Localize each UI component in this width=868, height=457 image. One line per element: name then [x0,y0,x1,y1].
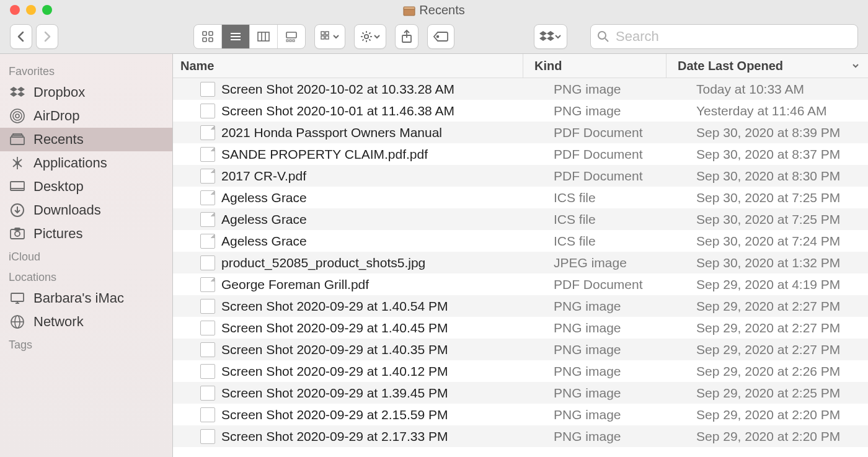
sidebar-item-downloads[interactable]: Downloads [0,198,172,222]
file-icon [200,190,215,205]
file-date: Sep 29, 2020 at 2:20 PM [685,407,868,422]
file-row[interactable]: Screen Shot 2020-09-29 at 1.40.54 PMPNG … [173,295,868,317]
file-list[interactable]: Screen Shot 2020-10-02 at 10.33.28 AMPNG… [173,78,868,457]
file-row[interactable]: 2017 CR-V.pdfPDF DocumentSep 30, 2020 at… [173,165,868,187]
share-button[interactable] [395,24,418,49]
file-name: Screen Shot 2020-09-29 at 1.40.45 PM [221,321,448,335]
file-row[interactable]: Screen Shot 2020-09-29 at 1.39.45 PMPNG … [173,382,868,404]
file-date: Sep 30, 2020 at 8:30 PM [685,169,868,184]
file-row[interactable]: Ageless GraceICS fileSep 30, 2020 at 7:2… [173,187,868,208]
svg-marker-38 [10,87,17,92]
file-row[interactable]: SANDE PROPERTY CLAIM.pdf.pdfPDF Document… [173,143,868,165]
file-icon [200,255,215,270]
file-icon [200,386,215,401]
sidebar-section-label: Tags [0,334,172,354]
svg-rect-9 [258,32,269,41]
sidebar-item-network[interactable]: Network [0,310,172,334]
file-icon [200,234,215,249]
window-body: FavoritesDropboxAirDropRecentsApplicatio… [0,54,868,457]
view-gallery-button[interactable] [278,25,305,48]
window-title: Recents [0,3,868,17]
sidebar-item-label: Recents [33,131,84,148]
file-row[interactable]: Screen Shot 2020-09-29 at 2.17.33 PMPNG … [173,425,868,447]
dropbox-toolbar-button[interactable] [534,24,567,49]
file-name: Screen Shot 2020-10-01 at 11.46.38 AM [221,104,454,118]
file-name: Screen Shot 2020-09-29 at 1.40.12 PM [221,364,448,379]
apps-icon [9,156,26,171]
file-row[interactable]: George Foreman Grill.pdfPDF DocumentSep … [173,273,868,295]
close-window-button[interactable] [10,5,20,15]
view-columns-button[interactable] [250,25,278,48]
minimize-window-button[interactable] [26,5,36,15]
column-headers: Name Kind Date Last Opened [173,54,868,78]
sidebar-item-desktop[interactable]: Desktop [0,175,172,198]
svg-rect-14 [290,40,291,42]
file-row[interactable]: Screen Shot 2020-09-29 at 1.40.12 PMPNG … [173,360,868,382]
file-name: Screen Shot 2020-10-02 at 10.33.28 AM [221,82,454,97]
sidebar-item-label: Pictures [33,226,82,242]
file-row[interactable]: product_52085_product_shots5.jpgJPEG ima… [173,252,868,273]
file-icon [200,321,215,335]
search-field[interactable] [590,24,858,49]
sidebar-item-label: Downloads [33,202,101,218]
dropbox-icon [539,30,554,43]
file-date: Sep 29, 2020 at 4:19 PM [685,277,868,292]
nav-back-button[interactable] [10,24,32,49]
file-kind: PNG image [542,386,685,401]
file-date: Sep 30, 2020 at 1:32 PM [685,255,868,270]
file-row[interactable]: Screen Shot 2020-10-01 at 11.46.38 AMPNG… [173,100,868,122]
file-date: Sep 29, 2020 at 2:25 PM [685,386,868,401]
pictures-icon [9,226,26,241]
sidebar-item-airdrop[interactable]: AirDrop [0,104,172,128]
file-row[interactable]: Screen Shot 2020-10-02 at 10.33.28 AMPNG… [173,78,868,100]
file-row[interactable]: Ageless GraceICS fileSep 30, 2020 at 7:2… [173,230,868,252]
file-name: Ageless Grace [221,190,307,205]
file-date: Sep 30, 2020 at 7:25 PM [685,212,868,227]
file-icon [200,299,215,314]
file-kind: PDF Document [542,125,685,140]
file-row[interactable]: Ageless GraceICS fileSep 30, 2020 at 7:2… [173,208,868,230]
column-header-date[interactable]: Date Last Opened [666,54,868,78]
action-menu-button[interactable] [354,24,386,49]
search-input[interactable] [614,28,851,45]
tags-button[interactable] [427,24,454,49]
group-by-button[interactable] [314,24,345,49]
view-icons-button[interactable] [194,25,222,48]
svg-point-20 [365,35,368,38]
svg-point-43 [13,112,22,120]
column-header-name[interactable]: Name [173,54,523,78]
file-row[interactable]: 2021 Honda Passport Owners ManualPDF Doc… [173,122,868,143]
file-date: Sep 29, 2020 at 2:27 PM [685,321,868,335]
zoom-window-button[interactable] [42,5,52,15]
column-header-kind[interactable]: Kind [523,54,666,78]
file-icon [200,407,215,422]
file-name: Ageless Grace [221,212,307,227]
svg-line-27 [369,33,370,34]
file-name-cell: 2021 Honda Passport Owners Manual [173,125,542,140]
sidebar-item-dropbox[interactable]: Dropbox [0,81,172,104]
svg-rect-0 [404,8,415,16]
file-row[interactable]: Screen Shot 2020-09-29 at 1.40.45 PMPNG … [173,317,868,339]
file-name: Screen Shot 2020-09-29 at 1.39.45 PM [221,386,448,401]
titlebar: Recents [0,0,868,20]
file-icon [200,169,215,184]
file-date: Sep 29, 2020 at 2:26 PM [685,364,868,379]
file-name-cell: Screen Shot 2020-09-29 at 2.15.59 PM [173,407,542,422]
file-date: Today at 10:33 AM [685,82,868,97]
sidebar-item-barbara-s-imac[interactable]: Barbara's iMac [0,286,172,310]
file-kind: PNG image [542,321,685,335]
sidebar-item-recents[interactable]: Recents [0,128,172,151]
file-row[interactable]: Screen Shot 2020-09-29 at 2.15.59 PMPNG … [173,404,868,425]
sidebar-item-pictures[interactable]: Pictures [0,222,172,246]
file-row[interactable]: Screen Shot 2020-09-29 at 1.40.35 PMPNG … [173,339,868,360]
file-name-cell: Ageless Grace [173,234,542,249]
view-list-button[interactable] [222,25,250,48]
dropbox-icon [9,85,26,100]
svg-point-54 [15,231,20,236]
nav-forward-button[interactable] [36,24,58,49]
svg-rect-2 [203,32,206,35]
file-name: product_52085_product_shots5.jpg [221,255,425,270]
sidebar-item-applications[interactable]: Applications [0,151,172,175]
sidebar-item-label: AirDrop [33,108,80,124]
svg-marker-35 [547,36,554,41]
